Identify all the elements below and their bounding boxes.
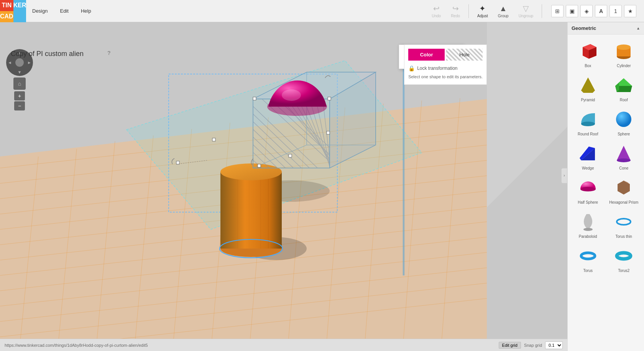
lock-label: Lock transformation (417, 66, 457, 71)
shape-wedge-label: Wedge (582, 166, 594, 170)
svg-point-37 (220, 163, 282, 180)
color-hole-panel: Color Hole 🔒 Lock transformation Select … (404, 44, 487, 85)
nav-center-dot (15, 58, 24, 67)
project-title: Copy of PI custom alien (11, 50, 84, 58)
shape-roof-label: Roof (620, 98, 628, 102)
shape-sphere-label: Sphere (618, 132, 630, 136)
view-cube-btn[interactable]: ▣ (566, 5, 578, 17)
view-star-btn[interactable]: ★ (624, 5, 636, 17)
nav-home-button[interactable]: ⌂ (13, 77, 26, 90)
snap-select[interactable]: 0.1 0.5 1.0 (545, 341, 563, 349)
svg-rect-79 (328, 97, 331, 100)
shape-box-label: Box (585, 64, 591, 68)
shape-cone-label: Cone (619, 166, 628, 170)
shape-half-sphere-visual (577, 176, 599, 199)
svg-marker-91 (581, 77, 595, 93)
status-url: https://www.tinkercad.com/things/1dAby8r… (5, 343, 148, 348)
shape-hex-prism[interactable]: Hexagonal Prism (607, 174, 641, 207)
canvas-area[interactable]: ▲ ▼ ◄ ► ⌂ + − Copy of PI custom alien ? … (0, 22, 567, 351)
svg-point-108 (581, 253, 595, 259)
shape-roof-visual (613, 74, 635, 96)
adjust-icon: ✦ (479, 4, 486, 13)
shape-cylinder-visual (613, 40, 635, 62)
adjust-button[interactable]: ✦ Adjust (474, 2, 491, 20)
svg-marker-100 (617, 146, 631, 160)
shape-sphere[interactable]: Sphere (607, 106, 641, 138)
shape-pyramid[interactable]: Pyramid (571, 72, 605, 104)
toolbar-right: ↩ Undo ↪ Redo ✦ Adjust ▲ Group ▽ Ungroup… (421, 2, 644, 20)
nav-help[interactable]: Help (75, 0, 97, 22)
toolbar-separator (468, 4, 469, 18)
undo-button[interactable]: ↩ Undo (429, 2, 444, 20)
shape-torus-thin[interactable]: Torus thin (607, 208, 641, 241)
redo-button[interactable]: ↪ Redo (448, 2, 463, 20)
logo[interactable]: TIN KER CAD (0, 0, 26, 22)
shape-info-text: Select one shape to edit its parameters. (408, 73, 483, 81)
hole-button[interactable]: Hole (446, 49, 483, 61)
shape-pyramid-visual (577, 74, 599, 96)
nav-design[interactable]: Design (26, 0, 54, 22)
ungroup-button[interactable]: ▽ Ungroup (516, 2, 536, 20)
group-button[interactable]: ▲ Group (495, 3, 512, 20)
view-grid-btn[interactable]: ⊞ (551, 5, 564, 17)
shape-torus-label: Torus (583, 269, 593, 273)
svg-point-72 (282, 89, 301, 101)
shape-round-roof[interactable]: Round Roof (571, 106, 605, 138)
ungroup-icon: ▽ (523, 4, 529, 13)
panel-collapse-arrow[interactable]: ▲ (636, 26, 640, 30)
view-wire-btn[interactable]: ◈ (580, 5, 593, 17)
svg-point-106 (583, 228, 593, 231)
color-button[interactable]: Color (408, 49, 445, 61)
shape-cone[interactable]: Cone (607, 140, 641, 173)
shape-box-visual (577, 40, 599, 62)
shape-cylinder-label: Cylinder (617, 64, 631, 68)
shape-round-roof-label: Round Roof (578, 132, 598, 136)
shape-roof[interactable]: Roof (607, 72, 641, 104)
svg-point-102 (580, 187, 596, 191)
panel-collapse-button[interactable]: › (561, 168, 567, 183)
group-icon: ▲ (499, 4, 507, 13)
shape-half-sphere-label: Half Sphere (578, 200, 598, 204)
status-bar: https://www.tinkercad.com/things/1dAby8r… (0, 339, 567, 351)
shape-hex-prism-label: Hexagonal Prism (609, 200, 638, 204)
svg-point-109 (617, 253, 631, 259)
svg-rect-75 (258, 164, 261, 167)
shape-paraboloid[interactable]: Paraboloid (571, 208, 605, 241)
help-badge[interactable]: ? (107, 50, 111, 56)
shape-cylinder[interactable]: Cylinder (607, 38, 641, 70)
nav-controls: ▲ ▼ ◄ ► ⌂ + − (6, 49, 33, 110)
shape-torus-visual (577, 245, 599, 267)
svg-point-96 (616, 112, 631, 127)
shape-wedge[interactable]: Wedge (571, 140, 605, 173)
logo-extra (13, 11, 26, 22)
lock-row: 🔒 Lock transformation (408, 64, 483, 73)
svg-rect-77 (212, 138, 215, 141)
svg-point-107 (617, 219, 631, 225)
zoom-in-button[interactable]: + (14, 91, 25, 101)
logo-ker: KER (13, 0, 26, 11)
snap-controls: Edit grid Snap grid 0.1 0.5 1.0 (499, 341, 563, 349)
undo-icon: ↩ (433, 4, 440, 13)
nav-zoom-controls: + − (14, 91, 25, 110)
nav-edit[interactable]: Edit (54, 0, 74, 22)
shape-torus[interactable]: Torus (571, 242, 605, 275)
shape-torus2[interactable]: Torus2 (607, 242, 641, 275)
svg-point-89 (617, 44, 631, 50)
main-content: ▲ ▼ ◄ ► ⌂ + − Copy of PI custom alien ? … (0, 22, 644, 351)
svg-rect-32 (220, 172, 282, 249)
view-text-btn[interactable]: A (595, 5, 607, 17)
shape-torus-thin-visual (613, 211, 635, 233)
shapes-grid: Box Cylinder Pyramid Ro (568, 35, 644, 278)
shape-half-sphere[interactable]: Half Sphere (571, 174, 605, 207)
shape-cone-visual (613, 142, 635, 165)
shape-pyramid-label: Pyramid (581, 98, 595, 102)
shape-torus2-label: Torus2 (618, 269, 629, 273)
view-num-btn[interactable]: 1 (610, 5, 622, 17)
zoom-out-button[interactable]: − (14, 101, 25, 110)
shape-box[interactable]: Box (571, 38, 605, 70)
view-icons: ⊞ ▣ ◈ A 1 ★ (551, 5, 636, 17)
edit-grid-button[interactable]: Edit grid (499, 342, 521, 349)
panel-title: Geometric (572, 25, 596, 31)
svg-rect-74 (327, 131, 330, 134)
redo-icon: ↪ (452, 4, 459, 13)
